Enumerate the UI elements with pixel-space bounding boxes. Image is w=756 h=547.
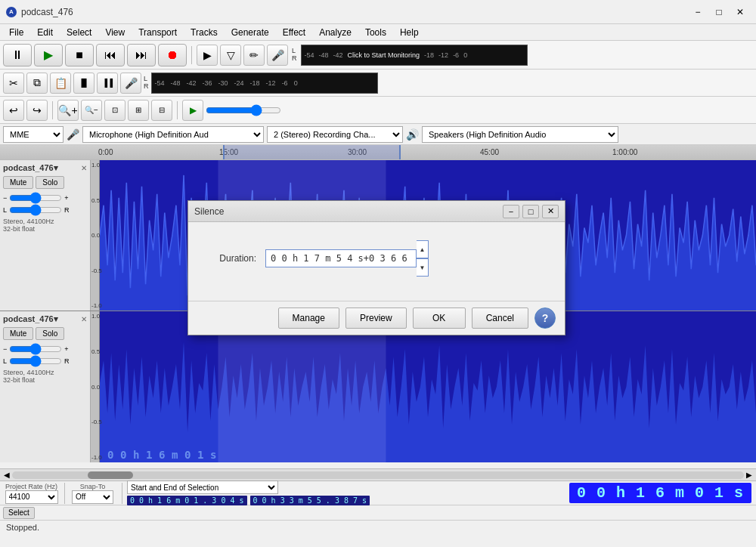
separator1 <box>191 46 192 64</box>
record-button[interactable]: ⏺ <box>158 44 187 66</box>
h-scrollbar[interactable]: ◀ ▶ <box>0 468 756 481</box>
close-button[interactable]: ✕ <box>730 5 750 20</box>
menu-generate[interactable]: Generate <box>225 26 275 39</box>
skip-forward-button[interactable]: ⏭ <box>127 44 156 66</box>
menu-select[interactable]: Select <box>60 26 98 39</box>
menu-view[interactable]: View <box>99 26 131 39</box>
copy-button[interactable]: ⧉ <box>26 73 48 94</box>
pencil-tool-button[interactable]: ✏ <box>243 45 265 66</box>
track-1-volume[interactable] <box>9 193 62 202</box>
track-2-solo[interactable]: Solo <box>36 327 64 340</box>
scroll-thumb[interactable] <box>88 471 133 479</box>
channels-select[interactable]: 2 (Stereo) Recording Cha... <box>267 126 403 143</box>
undo-button[interactable]: ↩ <box>3 100 24 121</box>
play-at-speed-button[interactable]: ▶ <box>182 100 203 121</box>
device-bar: MME 🎤 Microphone (High Definition Aud 2 … <box>0 124 756 145</box>
envelope-tool-button[interactable]: ▽ <box>220 45 241 66</box>
speaker-device-select[interactable]: Speakers (High Definition Audio <box>422 126 618 143</box>
zoom-in-button[interactable]: 🔍+ <box>57 100 79 121</box>
dialog-minimize[interactable]: − <box>503 205 519 218</box>
selection-highlight <box>223 145 401 159</box>
speed-slider[interactable] <box>206 105 281 116</box>
duration-spin-up[interactable]: ▲ <box>417 240 429 258</box>
track-1-pan[interactable] <box>9 206 62 215</box>
vol-plus: + <box>64 194 68 202</box>
zoom-ext-button[interactable]: ⊟ <box>151 100 172 121</box>
menu-edit[interactable]: Edit <box>31 26 59 39</box>
silence-button[interactable]: ▐▐ <box>97 73 118 94</box>
scroll-left-btn[interactable]: ◀ <box>2 471 12 479</box>
track-1-info: Stereo, 44100Hz32-bit float <box>3 218 87 233</box>
selection-group: Start and End of Selection 0 0 h 1 6 m 0… <box>127 481 370 505</box>
redo-button[interactable]: ↪ <box>26 100 48 121</box>
window-controls: − □ ✕ <box>688 5 750 20</box>
timeline[interactable]: 0:00 15:00 30:00 45:00 1:00:00 <box>0 145 756 160</box>
ok-button[interactable]: OK <box>413 307 466 329</box>
track-2-info: Stereo, 44100Hz32-bit float <box>3 369 87 384</box>
host-select[interactable]: MME <box>3 126 64 143</box>
pan-R: R <box>64 206 70 214</box>
menu-effect[interactable]: Effect <box>277 26 311 39</box>
zoom-sel-button[interactable]: ⊞ <box>128 100 149 121</box>
track-1-close[interactable]: ✕ <box>81 164 87 172</box>
preview-button[interactable]: Preview <box>345 307 407 329</box>
LR2-label: LR <box>144 76 149 91</box>
time-display-large: 0 0 h 1 6 m 0 1 s <box>569 483 751 503</box>
maximize-button[interactable]: □ <box>709 5 729 20</box>
selection-end-display: 0 0 h 3 3 m 5 5 . 3 8 7 s <box>250 496 370 505</box>
cancel-button[interactable]: Cancel <box>472 307 528 329</box>
mic-button[interactable]: 🎤 <box>267 45 288 66</box>
duration-input[interactable] <box>265 249 417 267</box>
snap-to-group: Snap-To Off <box>70 483 122 504</box>
mic-icon: 🎤 <box>67 128 79 141</box>
dialog-close[interactable]: ✕ <box>542 205 559 218</box>
menu-help[interactable]: Help <box>394 26 425 39</box>
selection-type-select[interactable]: Start and End of Selection <box>127 481 278 494</box>
toolbar-row3: ↩ ↪ 🔍+ 🔍− ⊡ ⊞ ⊟ ▶ <box>0 97 756 124</box>
manage-button[interactable]: Manage <box>278 307 339 329</box>
play-button[interactable]: ▶ <box>34 44 63 66</box>
vol2-minus: − <box>3 345 7 353</box>
select-button[interactable]: Select <box>3 507 35 519</box>
menu-tracks[interactable]: Tracks <box>184 26 224 39</box>
paste-button[interactable]: 📋 <box>50 73 71 94</box>
track-1-header: podcast_476▾ ✕ Mute Solo − + L R Stereo,… <box>0 160 91 311</box>
scroll-track[interactable] <box>12 471 744 479</box>
pause-button[interactable]: ⏸ <box>3 44 32 66</box>
skip-back-button[interactable]: ⏮ <box>96 44 125 66</box>
trim-button[interactable]: ▐▌ <box>73 73 94 94</box>
dialog-window-controls: − □ ✕ <box>503 205 559 218</box>
minimize-button[interactable]: − <box>688 5 708 20</box>
project-rate-select[interactable]: 44100 <box>5 490 58 504</box>
scroll-right-btn[interactable]: ▶ <box>744 471 754 479</box>
select-tool-button[interactable]: ▶ <box>197 45 218 66</box>
sep2 <box>52 101 53 119</box>
mic2-button[interactable]: 🎤 <box>120 73 141 94</box>
stop-button[interactable]: ■ <box>65 44 94 66</box>
track-2-mute[interactable]: Mute <box>3 327 33 340</box>
duration-spin-down[interactable]: ▼ <box>417 258 429 277</box>
snap-to-select[interactable]: Off <box>72 490 113 504</box>
toolbar-row2: ✂ ⧉ 📋 ▐▌ ▐▐ 🎤 LR -54-48-42-36-30-24-18-1… <box>0 70 756 97</box>
menu-tools[interactable]: Tools <box>359 26 392 39</box>
menu-bar: File Edit Select View Transport Tracks G… <box>0 24 756 41</box>
help-button[interactable]: ? <box>534 307 556 329</box>
track-2-volume[interactable] <box>9 345 62 354</box>
LR-label: LR <box>290 48 299 63</box>
cut-button[interactable]: ✂ <box>3 73 24 94</box>
track-1-solo[interactable]: Solo <box>36 176 64 189</box>
dialog-body: Duration: ▲ ▼ <box>188 222 565 301</box>
track-1-mute[interactable]: Mute <box>3 176 33 189</box>
track-2-close[interactable]: ✕ <box>81 315 87 323</box>
dialog-maximize[interactable]: □ <box>522 205 539 218</box>
menu-transport[interactable]: Transport <box>132 26 183 39</box>
menu-analyze[interactable]: Analyze <box>313 26 358 39</box>
mic-device-select[interactable]: Microphone (High Definition Aud <box>82 126 264 143</box>
zoom-out-button[interactable]: 🔍− <box>81 100 102 121</box>
vu-meter-display: -54-48-42 Click to Start Monitoring -18-… <box>301 45 528 66</box>
menu-file[interactable]: File <box>3 26 29 39</box>
track-2-pan[interactable] <box>9 357 62 366</box>
zoom-fit-button[interactable]: ⊡ <box>104 100 125 121</box>
track-2-header: podcast_476▾ ✕ Mute Solo − + L R Stereo,… <box>0 311 91 462</box>
status-text: Stopped. <box>6 523 39 532</box>
